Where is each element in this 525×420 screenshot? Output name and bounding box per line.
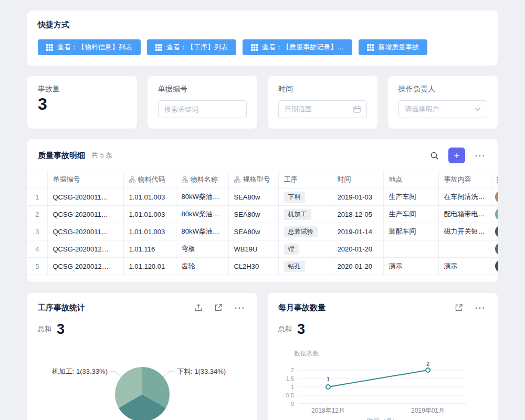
- table-more-menu[interactable]: ⋯: [472, 149, 487, 162]
- cell-material-name: 80kW柴油…: [176, 188, 228, 206]
- row-number: 1: [27, 188, 47, 206]
- y-tick: 0.5: [286, 392, 294, 398]
- x-tick: 2019年01月: [411, 407, 445, 414]
- open-chart-button[interactable]: [453, 301, 465, 314]
- table-row[interactable]: 1 QCSG-2020011… 1.01.01.003 80kW柴油… SEA8…: [27, 188, 498, 206]
- cell-time: 2020-01-20: [332, 258, 383, 275]
- cell-material-name: 80kW柴油…: [176, 223, 228, 240]
- doc-number-search-input[interactable]: [164, 106, 240, 113]
- shortcut-label: 查看：【工序】列表: [166, 43, 228, 52]
- x-axis-title: 时间（月）: [278, 417, 487, 420]
- cell-process: 镗: [278, 240, 332, 258]
- cell-spec: SEA80w: [228, 223, 278, 240]
- grid-icon: [46, 44, 53, 51]
- col-process: 工序: [278, 171, 332, 188]
- table-row[interactable]: 2 QCSG-2020011… 1.01.01.003 80kW柴油… SEA8…: [27, 206, 498, 223]
- shortcut-label: 新增质量事故: [378, 43, 419, 52]
- cell-doc-number: QCSG-2020011…: [47, 188, 123, 206]
- shortcut-view-material-list-button[interactable]: 查看：【物料信息】列表: [38, 39, 141, 55]
- table-title: 质量事故明细: [38, 151, 85, 161]
- operator-filter-label: 操作负责人: [398, 85, 487, 94]
- cell-spec: SEA80w: [228, 188, 278, 206]
- col-content: 事故内容: [438, 171, 491, 188]
- y-tick: 1.5: [286, 375, 294, 382]
- y-tick: 1: [291, 384, 294, 390]
- shortcut-view-process-list-button[interactable]: 查看：【工序】列表: [147, 39, 236, 55]
- pie-chart-title: 工序事故统计: [38, 303, 85, 313]
- table-row[interactable]: 4 QCSG-2020012… 1.01.116 弯板 WB19U 镗 2020…: [27, 240, 498, 258]
- accident-count-label: 事故量: [38, 85, 127, 94]
- open-chart-button[interactable]: [212, 301, 225, 314]
- pie-chart-svg: [27, 350, 257, 420]
- shortcut-new-accident-button[interactable]: 新增质量事故: [359, 39, 427, 55]
- time-filter-card: 时间 日期范围: [268, 76, 377, 129]
- table-search-button[interactable]: [428, 149, 441, 162]
- cell-place: 演示: [383, 258, 438, 275]
- pie-chart-more-menu[interactable]: ⋯: [232, 301, 247, 314]
- cell-material-code: 1.01.01.003: [123, 188, 176, 206]
- cell-content: 在车间清洗…: [438, 188, 491, 206]
- plus-icon: +: [454, 150, 459, 161]
- export-chart-button[interactable]: [192, 301, 205, 314]
- add-record-button[interactable]: +: [448, 148, 465, 163]
- col-material-code: 物料代码: [123, 171, 176, 188]
- cell-content: 磁力开关短…: [438, 223, 491, 240]
- pie-total-value: 3: [57, 322, 65, 337]
- doc-number-search-box[interactable]: [158, 100, 247, 118]
- cell-spec: SEA80w: [228, 206, 278, 223]
- shortcut-label: 查看：【物料信息】列表: [57, 43, 132, 52]
- shortcut-button-row: 查看：【物料信息】列表 查看：【工序】列表 查看：【质量事故记录】… 新增质量事…: [38, 39, 487, 55]
- pie-callout-line: [110, 371, 121, 377]
- line-chart-header: 每月事故数量 ⋯: [268, 293, 498, 314]
- cell-time: 2019-01-03: [332, 188, 383, 206]
- grid-icon: [155, 44, 162, 51]
- x-tick: 2018年12月: [311, 407, 345, 414]
- open-in-new-icon: [455, 303, 463, 312]
- search-icon: [430, 151, 439, 160]
- line-chart-more-menu[interactable]: ⋯: [472, 301, 487, 314]
- process-tag: 镗: [284, 244, 299, 255]
- date-range-picker[interactable]: 日期范围: [278, 100, 367, 118]
- doc-number-filter-card: 单据编号: [148, 76, 257, 129]
- row-number: 3: [27, 223, 47, 240]
- avatar: [495, 190, 498, 204]
- row-number: 2: [27, 206, 47, 223]
- cell-material-name: 弯板: [176, 240, 228, 258]
- col-operator: 操作: [491, 171, 498, 188]
- cell-content: 配电箱带电…: [438, 206, 491, 223]
- pie-chart: 下料: 1(33.34%) 机加工: 1(33.33%) 总装试验: 1(33.…: [27, 350, 257, 420]
- doc-number-label: 单据编号: [158, 85, 247, 94]
- grid-icon: [367, 44, 374, 51]
- cell-material-name: 80kW柴油…: [176, 206, 228, 223]
- cell-doc-number: QCSG-2020012…: [47, 240, 123, 258]
- cell-time: 2020-01-20: [332, 240, 383, 258]
- avatar: [495, 259, 498, 273]
- operator-filter-card: 操作负责人 请选择用户: [388, 76, 498, 129]
- line-chart-svg: 2 1.5 1 0.5 0 1 2 2018年12月 2019年01月: [278, 361, 487, 415]
- cell-doc-number: QCSG-2020011…: [47, 223, 123, 240]
- pie-total-label: 总和: [38, 324, 51, 337]
- shortcut-view-accident-records-button[interactable]: 查看：【质量事故记录】…: [243, 39, 352, 55]
- operator-select[interactable]: 请选择用户: [398, 100, 487, 118]
- process-tag: 钻孔: [284, 261, 305, 272]
- cell-material-code: 1.01.01.003: [123, 206, 176, 223]
- row-number-header: [27, 171, 47, 188]
- cell-operator: [491, 223, 498, 240]
- cell-place: [383, 240, 438, 258]
- cell-material-code: 1.01.120.01: [123, 258, 176, 275]
- cell-process: 下料: [278, 188, 332, 206]
- pie-label-xialiao: 下料: 1(33.34%): [177, 367, 226, 376]
- pie-chart-header: 工序事故统计 ⋯: [27, 293, 257, 314]
- cell-content: 演示: [438, 258, 491, 275]
- export-icon: [194, 303, 203, 312]
- cell-spec: CL2H30: [228, 258, 278, 275]
- table-header-row: 单据编号 物料代码 物料名称 规格型号 工序 时间 地点 事故内容 操作: [27, 171, 498, 188]
- relation-icon: [129, 176, 135, 183]
- grid-icon: [251, 44, 258, 51]
- table-row[interactable]: 5 QCSG-2020012… 1.01.120.01 齿轮 CL2H30 钻孔…: [27, 258, 498, 275]
- pie-callout-line: [163, 371, 175, 377]
- avatar: [495, 207, 498, 221]
- relation-icon: [234, 176, 240, 183]
- cell-process: 机加工: [278, 206, 332, 223]
- table-row[interactable]: 3 QCSG-2020011… 1.01.01.003 80kW柴油… SEA8…: [27, 223, 498, 240]
